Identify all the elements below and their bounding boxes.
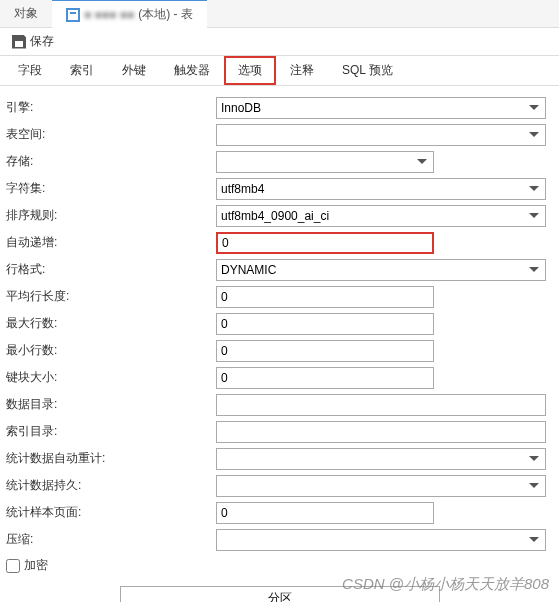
tablespace-select[interactable] [216, 124, 546, 146]
min-rows-input[interactable] [216, 340, 434, 362]
row-format-select[interactable]: DYNAMIC [216, 259, 546, 281]
label-charset: 字符集: [6, 180, 216, 197]
label-engine: 引擎: [6, 99, 216, 116]
tab-objects[interactable]: 对象 [0, 0, 52, 27]
blurred-text: ■ ■■■ ■■ [84, 8, 134, 22]
label-min-rows: 最小行数: [6, 342, 216, 359]
tab-indexes[interactable]: 索引 [56, 56, 108, 85]
avg-row-length-input[interactable] [216, 286, 434, 308]
tab-sql-preview[interactable]: SQL 预览 [328, 56, 407, 85]
label-stats-persistent: 统计数据持久: [6, 477, 216, 494]
charset-select[interactable]: utf8mb4 [216, 178, 546, 200]
tab-foreign-keys[interactable]: 外键 [108, 56, 160, 85]
toolbar: 保存 [0, 28, 559, 56]
label-auto-increment: 自动递增: [6, 234, 216, 251]
top-tabs: 对象 ■ ■■■ ■■ (本地) - 表 [0, 0, 559, 28]
max-rows-input[interactable] [216, 313, 434, 335]
label-collation: 排序规则: [6, 207, 216, 224]
collation-select[interactable]: utf8mb4_0900_ai_ci [216, 205, 546, 227]
label-stats-sample-pages: 统计样本页面: [6, 504, 216, 521]
storage-select[interactable] [216, 151, 434, 173]
auto-increment-input[interactable] [216, 232, 434, 254]
save-icon [12, 35, 26, 49]
save-button[interactable]: 保存 [6, 31, 60, 52]
label-encryption: 加密 [24, 557, 48, 574]
label-compression: 压缩: [6, 531, 216, 548]
label-key-block-size: 键块大小: [6, 369, 216, 386]
form-area: 引擎:InnoDB 表空间: 存储: 字符集:utf8mb4 排序规则:utf8… [0, 86, 559, 602]
stats-persistent-select[interactable] [216, 475, 546, 497]
stats-sample-pages-input[interactable] [216, 502, 434, 524]
label-stats-auto-recalc: 统计数据自动重计: [6, 450, 216, 467]
table-icon [66, 8, 80, 22]
tab-active-label: (本地) - 表 [138, 6, 193, 23]
stats-auto-recalc-select[interactable] [216, 448, 546, 470]
label-data-directory: 数据目录: [6, 396, 216, 413]
save-label: 保存 [30, 33, 54, 50]
label-storage: 存储: [6, 153, 216, 170]
index-directory-input[interactable] [216, 421, 546, 443]
compression-select[interactable] [216, 529, 546, 551]
label-index-directory: 索引目录: [6, 423, 216, 440]
data-directory-input[interactable] [216, 394, 546, 416]
tab-fields[interactable]: 字段 [4, 56, 56, 85]
tab-comments[interactable]: 注释 [276, 56, 328, 85]
label-row-format: 行格式: [6, 261, 216, 278]
label-tablespace: 表空间: [6, 126, 216, 143]
label-avg-row-length: 平均行长度: [6, 288, 216, 305]
sub-tabs: 字段 索引 外键 触发器 选项 注释 SQL 预览 [0, 56, 559, 86]
key-block-size-input[interactable] [216, 367, 434, 389]
tab-options[interactable]: 选项 [224, 56, 276, 85]
tab-triggers[interactable]: 触发器 [160, 56, 224, 85]
label-max-rows: 最大行数: [6, 315, 216, 332]
partition-button[interactable]: 分区 [120, 586, 440, 602]
engine-select[interactable]: InnoDB [216, 97, 546, 119]
encryption-checkbox[interactable] [6, 559, 20, 573]
tab-active-table[interactable]: ■ ■■■ ■■ (本地) - 表 [52, 0, 207, 28]
